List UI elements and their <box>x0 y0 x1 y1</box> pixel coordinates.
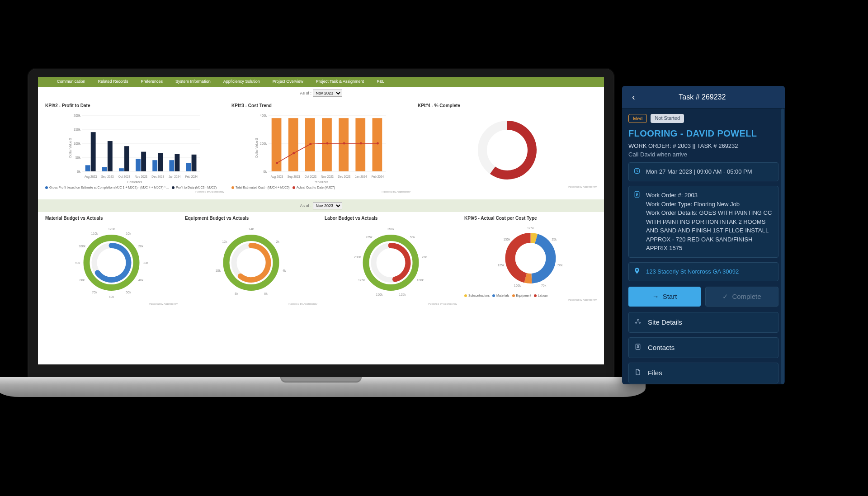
arrow-right-icon: → <box>652 293 659 300</box>
kpi2-legend: Gross Profit based on Estimate at Comple… <box>45 186 224 189</box>
tab-pnl[interactable]: P&L <box>370 77 391 87</box>
contacts-icon <box>634 343 642 352</box>
svg-rect-10 <box>85 165 90 171</box>
start-button[interactable]: → Start <box>628 287 701 307</box>
tab-appficiency-solution[interactable]: Appficiency Solution <box>217 77 266 87</box>
svg-text:Nov 2023: Nov 2023 <box>135 175 147 178</box>
svg-rect-26 <box>175 154 179 171</box>
labor-title: Labor Budget vs Actuals <box>325 216 457 221</box>
accordion-contacts[interactable]: Contacts <box>628 337 778 358</box>
phone-scrollbar[interactable] <box>781 109 784 384</box>
labor-panel: Labor Budget vs Actuals 250k50k75k100k12… <box>321 214 461 307</box>
asof-select[interactable]: Nov 2023 <box>313 90 342 97</box>
svg-rect-17 <box>124 146 129 171</box>
clock-icon <box>633 167 642 176</box>
asof-label: As of : <box>300 91 311 95</box>
kpi3-panel: KPI#3 - Cost Trend 0k200k400kAug 2023Sep… <box>228 101 414 195</box>
kpi4-title: KPI#4 - % Complete <box>418 103 597 108</box>
svg-rect-22 <box>152 160 157 171</box>
labor-chart: 250k50k75k100k125k150k175k200k225k <box>325 224 457 301</box>
svg-text:Aug 2023: Aug 2023 <box>271 175 283 179</box>
svg-text:Dollar Value $: Dollar Value $ <box>69 138 72 158</box>
svg-text:80k: 80k <box>80 279 85 282</box>
details-text: Work Order #: 2003 Work Order Type: Floo… <box>646 191 774 253</box>
kpi4-chart <box>418 112 597 184</box>
svg-text:250k: 250k <box>387 227 395 231</box>
svg-text:200k: 200k <box>260 142 267 145</box>
tab-project-overview[interactable]: Project Overview <box>266 77 310 87</box>
kpi5-panel: KPI#5 - Actual Cost per Cost Type 175k25… <box>461 214 600 307</box>
accordion-label: Files <box>648 369 662 377</box>
equipment-panel: Equipment Budget vs Actuals 14k2k4k6k8k1… <box>181 214 321 307</box>
tab-preferences[interactable]: Preferences <box>135 77 170 87</box>
asof-bar-2: As of : Nov 2023 <box>38 199 604 212</box>
tab-communication[interactable]: Communication <box>51 77 92 87</box>
phone-mockup: ‹ Task # 269232 Med Not Started FLOORING… <box>622 86 785 384</box>
status-badge: Not Started <box>651 114 684 123</box>
accordion-files[interactable]: Files <box>628 363 778 383</box>
dashboard-row-2: Material Budget vs Actuals 120k10k20k30k… <box>38 212 604 312</box>
svg-text:6k: 6k <box>264 292 268 295</box>
laptop-bezel: Communication Related Records Preference… <box>27 68 615 378</box>
svg-text:75k: 75k <box>541 284 547 288</box>
svg-rect-23 <box>158 153 163 171</box>
svg-text:110k: 110k <box>91 232 98 235</box>
svg-text:60k: 60k <box>109 295 114 298</box>
svg-rect-20 <box>141 152 146 171</box>
kpi4-panel: KPI#4 - % Complete Powered by Appficienc… <box>414 101 600 195</box>
svg-text:Dollar Value $: Dollar Value $ <box>255 138 258 158</box>
svg-rect-45 <box>322 118 332 171</box>
svg-rect-49 <box>355 118 365 171</box>
kpi2-title: KPI#2 - Profit to Date <box>45 103 224 108</box>
work-order-line: WORK ORDER: # 2003 || TASK # 269232 <box>628 142 778 149</box>
badge-row: Med Not Started <box>628 114 778 123</box>
svg-text:Sep 2023: Sep 2023 <box>288 175 300 179</box>
site-icon <box>634 318 642 327</box>
complete-button[interactable]: ✓ Complete <box>705 287 778 307</box>
svg-text:50k: 50k <box>126 291 131 294</box>
back-icon[interactable]: ‹ <box>628 90 639 104</box>
equipment-chart: 14k2k4k6k8k10k12k <box>185 224 317 301</box>
svg-rect-25 <box>169 160 174 171</box>
svg-rect-41 <box>288 118 298 171</box>
svg-rect-13 <box>102 167 107 171</box>
svg-text:100k: 100k <box>514 284 521 288</box>
nav-tabs: Communication Related Records Preference… <box>38 77 604 87</box>
svg-text:Feb 2024: Feb 2024 <box>372 175 384 178</box>
asof-select-2[interactable]: Nov 2023 <box>313 202 342 209</box>
svg-rect-16 <box>119 168 124 171</box>
svg-rect-29 <box>192 155 197 171</box>
svg-rect-51 <box>373 118 382 171</box>
svg-point-106 <box>637 319 639 321</box>
svg-text:400k: 400k <box>260 114 267 117</box>
svg-text:100k: 100k <box>417 279 424 282</box>
svg-rect-47 <box>339 118 349 171</box>
phone-header: ‹ Task # 269232 <box>622 86 785 109</box>
address-card[interactable]: 123 Stacerly St Norcross GA 30092 <box>628 262 778 281</box>
location-icon <box>633 267 642 276</box>
svg-text:25k: 25k <box>552 238 557 241</box>
svg-text:70k: 70k <box>92 291 97 294</box>
svg-text:120k: 120k <box>108 227 115 231</box>
material-chart: 120k10k20k30k40k50k60k70k80k90k100k110k <box>45 224 178 301</box>
svg-text:225k: 225k <box>366 236 373 239</box>
svg-text:Oct 2023: Oct 2023 <box>118 175 131 178</box>
svg-text:50k: 50k <box>410 236 415 239</box>
svg-text:150k: 150k <box>504 238 511 241</box>
svg-text:Periodicks: Periodicks <box>314 180 329 184</box>
tab-system-information[interactable]: System Information <box>169 77 217 87</box>
accordion-site-details[interactable]: Site Details <box>628 312 778 333</box>
svg-text:8k: 8k <box>235 292 238 295</box>
svg-text:200k: 200k <box>74 114 81 117</box>
svg-text:10k: 10k <box>126 232 131 235</box>
tab-related-records[interactable]: Related Records <box>92 77 135 87</box>
svg-text:0k: 0k <box>264 170 267 173</box>
svg-rect-14 <box>108 141 113 171</box>
svg-text:75k: 75k <box>422 255 427 259</box>
svg-text:150k: 150k <box>74 128 81 131</box>
laptop-mockup: Communication Related Records Preference… <box>27 68 615 397</box>
priority-badge: Med <box>628 114 647 123</box>
tab-project-task-assignment[interactable]: Project Task & Assignment <box>310 77 370 87</box>
svg-text:125k: 125k <box>498 264 505 267</box>
svg-text:12k: 12k <box>222 240 227 243</box>
